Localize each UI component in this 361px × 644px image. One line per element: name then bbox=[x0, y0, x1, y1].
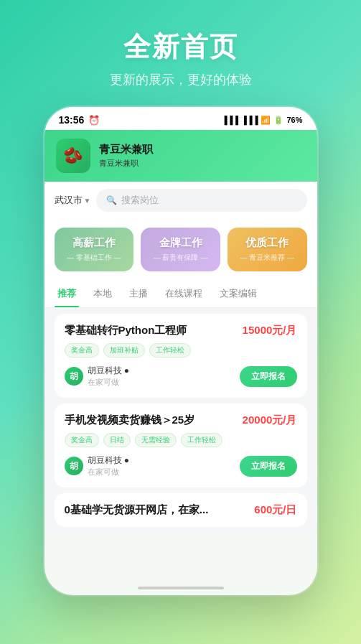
tag-item: 工作轻松 bbox=[181, 433, 222, 447]
tab-zhubo[interactable]: 主播 bbox=[126, 280, 151, 307]
category-card-gaoxin[interactable]: 高薪工作 — 零基础工作 — bbox=[55, 228, 134, 271]
category-card-youzhi[interactable]: 优质工作 — 青豆米推荐 — bbox=[228, 228, 307, 271]
tag-item: 奖金高 bbox=[65, 433, 99, 447]
job-footer-2: 胡 胡豆科技 ● 在家可做 立即报名 bbox=[65, 454, 297, 477]
page-subtitle: 更新的展示，更好的体验 bbox=[110, 71, 252, 88]
company-location-1: 在家可做 bbox=[88, 377, 130, 388]
app-icon: 🫘 bbox=[56, 139, 90, 173]
search-icon: 🔍 bbox=[106, 195, 117, 205]
job-header-2: 手机发视频卖货赚钱＞25岁 20000元/月 bbox=[65, 414, 297, 427]
status-bar: 13:56 ⏰ ▐▐▐ ▐▐▐ 📶 🔋 76% bbox=[44, 107, 317, 130]
company-name-2: 胡豆科技 ● bbox=[88, 454, 130, 467]
category-title-2: 金牌工作 bbox=[148, 236, 213, 250]
job-title-3: 0基础学无货源开网店，在家... bbox=[65, 503, 255, 517]
category-title-3: 优质工作 bbox=[235, 236, 300, 250]
job-salary-1: 15000元/月 bbox=[243, 324, 297, 337]
company-avatar-2: 胡 bbox=[65, 457, 83, 475]
job-list: 零基础转行Python工程师 15000元/月 奖金高 加班补贴 工作轻松 胡 … bbox=[44, 308, 317, 533]
category-card-jinpai[interactable]: 金牌工作 — 薪贵有保障 — bbox=[141, 228, 220, 271]
city-selector[interactable]: 武汉市 ▼ bbox=[55, 194, 91, 207]
tabs-bar: 推荐 本地 主播 在线课程 文案编辑 bbox=[44, 280, 317, 308]
tag-item: 无需经验 bbox=[135, 433, 177, 447]
home-indicator bbox=[138, 587, 224, 589]
tag-item: 奖金高 bbox=[65, 343, 99, 358]
alarm-icon: ⏰ bbox=[88, 115, 100, 126]
status-time: 13:56 bbox=[59, 114, 85, 126]
battery-percent: 76% bbox=[286, 116, 302, 124]
app-tagline: 青豆米兼职 bbox=[99, 158, 153, 169]
company-name-1: 胡豆科技 ● bbox=[88, 365, 130, 377]
tag-item: 日结 bbox=[103, 433, 131, 447]
job-salary-3: 600元/日 bbox=[254, 503, 296, 517]
tab-wenanbianji[interactable]: 文案编辑 bbox=[217, 280, 260, 307]
tab-zaixiankecheng[interactable]: 在线课程 bbox=[162, 280, 205, 307]
page-title: 全新首页 bbox=[110, 29, 252, 65]
battery-icon: 🔋 bbox=[273, 116, 283, 125]
search-section: 武汉市 ▼ 🔍 搜索岗位 bbox=[44, 182, 317, 219]
category-section: 高薪工作 — 零基础工作 — 金牌工作 — 薪贵有保障 — 优质工作 — 青豆米… bbox=[44, 219, 317, 280]
job-tags-1: 奖金高 加班补贴 工作轻松 bbox=[65, 343, 297, 358]
company-avatar-1: 胡 bbox=[65, 367, 83, 386]
app-banner: 🫘 青豆米兼职 青豆米兼职 bbox=[44, 130, 317, 182]
category-sub-2: — 薪贵有保障 — bbox=[148, 253, 213, 263]
job-title-1: 零基础转行Python工程师 bbox=[65, 324, 243, 337]
apply-button-2[interactable]: 立即报名 bbox=[240, 456, 297, 477]
category-sub-1: — 零基础工作 — bbox=[62, 253, 127, 263]
category-title-1: 高薪工作 bbox=[62, 236, 127, 250]
search-placeholder: 搜索岗位 bbox=[121, 194, 159, 207]
search-bar[interactable]: 🔍 搜索岗位 bbox=[96, 189, 306, 212]
category-sub-3: — 青豆米推荐 — bbox=[235, 253, 300, 263]
tab-tuijian[interactable]: 推荐 bbox=[55, 280, 79, 307]
job-card-1: 零基础转行Python工程师 15000元/月 奖金高 加班补贴 工作轻松 胡 … bbox=[55, 314, 307, 398]
company-detail-2: 胡豆科技 ● 在家可做 bbox=[88, 454, 130, 477]
job-card-2: 手机发视频卖货赚钱＞25岁 20000元/月 奖金高 日结 无需经验 工作轻松 … bbox=[55, 403, 307, 487]
company-detail-1: 胡豆科技 ● 在家可做 bbox=[88, 365, 130, 388]
company-info-1: 胡 胡豆科技 ● 在家可做 bbox=[65, 365, 130, 388]
wifi-icon: 📶 bbox=[261, 116, 271, 125]
city-label: 武汉市 bbox=[55, 194, 83, 207]
tag-item: 工作轻松 bbox=[149, 343, 191, 358]
apply-button-1[interactable]: 立即报名 bbox=[240, 366, 297, 387]
app-icon-char: 🫘 bbox=[63, 146, 83, 165]
job-card-3: 0基础学无货源开网店，在家... 600元/日 bbox=[55, 493, 307, 527]
app-info: 青豆米兼职 青豆米兼职 bbox=[99, 143, 153, 169]
company-location-2: 在家可做 bbox=[88, 467, 130, 477]
signal-icon-2: ▐▐▐ bbox=[241, 116, 258, 124]
job-header-3: 0基础学无货源开网店，在家... 600元/日 bbox=[65, 503, 297, 517]
tab-bendi[interactable]: 本地 bbox=[90, 280, 115, 307]
job-header-1: 零基础转行Python工程师 15000元/月 bbox=[65, 324, 297, 337]
phone-frame: 13:56 ⏰ ▐▐▐ ▐▐▐ 📶 🔋 76% 🫘 青豆米兼职 青豆米兼职 武汉… bbox=[44, 107, 317, 595]
app-name: 青豆米兼职 bbox=[99, 143, 153, 157]
signal-icon: ▐▐▐ bbox=[222, 116, 238, 124]
job-tags-2: 奖金高 日结 无需经验 工作轻松 bbox=[65, 433, 297, 447]
job-footer-1: 胡 胡豆科技 ● 在家可做 立即报名 bbox=[65, 365, 297, 388]
city-arrow-icon: ▼ bbox=[84, 197, 91, 205]
job-title-2: 手机发视频卖货赚钱＞25岁 bbox=[65, 414, 243, 427]
job-salary-2: 20000元/月 bbox=[243, 414, 297, 427]
company-info-2: 胡 胡豆科技 ● 在家可做 bbox=[65, 454, 130, 477]
status-icons: ▐▐▐ ▐▐▐ 📶 🔋 76% bbox=[222, 116, 303, 125]
page-header: 全新首页 更新的展示，更好的体验 bbox=[110, 0, 252, 100]
tag-item: 加班补贴 bbox=[103, 343, 145, 358]
